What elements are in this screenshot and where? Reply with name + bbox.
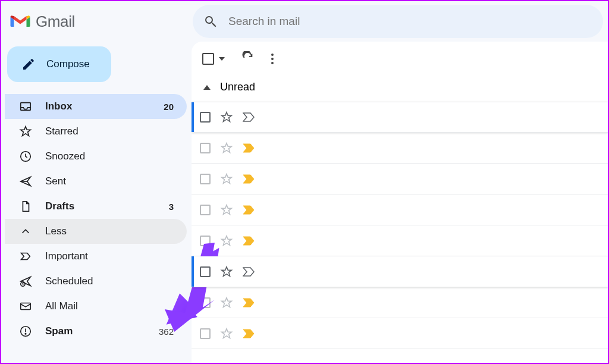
sidebar-item-sent[interactable]: Sent: [5, 169, 187, 194]
sidebar-item-count: 3: [169, 202, 174, 212]
sidebar-item-label: Spam: [45, 325, 73, 337]
important-icon[interactable]: [243, 112, 255, 122]
important-icon[interactable]: [243, 298, 255, 307]
sidebar-item-label: Inbox: [45, 101, 72, 112]
message-row[interactable]: [192, 164, 608, 194]
sidebar: Compose Inbox20StarredSnoozedSentDrafts3…: [1, 42, 192, 363]
refresh-icon: [241, 51, 255, 64]
sidebar-item-label: Scheduled: [45, 275, 93, 287]
search-bar[interactable]: [193, 5, 603, 38]
message-row[interactable]: [192, 133, 608, 164]
section-unread[interactable]: Unread: [192, 76, 608, 102]
select-all-checkbox[interactable]: [202, 53, 225, 65]
row-checkbox[interactable]: [200, 328, 211, 339]
sidebar-item-starred[interactable]: Starred: [5, 119, 187, 144]
row-checkbox[interactable]: [200, 112, 211, 123]
sidebar-item-label: Less: [45, 225, 67, 237]
important-icon[interactable]: [243, 143, 255, 153]
compose-button[interactable]: Compose: [7, 46, 111, 82]
pencil-icon: [21, 57, 36, 71]
star-icon: [19, 125, 32, 138]
sidebar-item-important[interactable]: Important: [5, 244, 187, 269]
inbox-icon: [19, 100, 32, 113]
toolbar: [192, 42, 608, 76]
section-label: Unread: [220, 81, 255, 93]
gmail-logo-icon: [10, 13, 31, 30]
sidebar-item-label: Important: [45, 250, 88, 262]
scheduled-icon: [19, 275, 32, 288]
sidebar-item-label: Snoozed: [45, 150, 85, 162]
star-icon[interactable]: [220, 296, 233, 309]
chev-up-icon: [19, 225, 32, 238]
row-checkbox[interactable]: [200, 143, 211, 153]
refresh-button[interactable]: [241, 51, 255, 67]
sidebar-nav: Inbox20StarredSnoozedSentDrafts3LessImpo…: [5, 94, 187, 344]
sidebar-item-inbox[interactable]: Inbox20: [5, 94, 187, 119]
app-title: Gmail: [36, 12, 75, 31]
important-icon: [19, 250, 32, 263]
sidebar-item-all-mail[interactable]: All Mail: [5, 294, 187, 319]
message-list: [192, 102, 608, 349]
file-icon: [19, 200, 32, 213]
important-icon[interactable]: [243, 205, 255, 215]
sidebar-item-less[interactable]: Less: [5, 219, 187, 244]
important-icon[interactable]: [243, 174, 255, 184]
sidebar-item-label: Starred: [45, 125, 79, 137]
important-icon[interactable]: [243, 236, 255, 246]
message-row[interactable]: [192, 225, 608, 256]
message-row[interactable]: [192, 256, 608, 287]
caret-down-icon: [219, 57, 225, 61]
row-checkbox[interactable]: [200, 266, 211, 277]
star-icon[interactable]: [220, 111, 233, 124]
compose-label: Compose: [46, 58, 90, 70]
message-row[interactable]: [192, 318, 608, 349]
search-input[interactable]: [228, 15, 592, 28]
sidebar-item-label: Sent: [45, 175, 66, 187]
svg-point-5: [25, 333, 26, 334]
message-row[interactable]: [192, 102, 608, 133]
row-checkbox[interactable]: [200, 174, 211, 184]
chevron-up-icon: [203, 85, 211, 90]
main-pane: Unread: [192, 42, 608, 363]
sidebar-item-scheduled[interactable]: Scheduled: [5, 269, 187, 294]
more-vert-icon: [271, 54, 274, 64]
more-button[interactable]: [271, 54, 274, 64]
mail-icon: [19, 300, 32, 313]
star-icon[interactable]: [220, 142, 233, 155]
important-icon[interactable]: [243, 329, 255, 338]
row-checkbox[interactable]: [200, 297, 211, 308]
sidebar-item-snoozed[interactable]: Snoozed: [5, 144, 187, 169]
clock-icon: [19, 150, 32, 163]
send-icon: [19, 175, 32, 188]
gmail-logo-block[interactable]: Gmail: [10, 12, 193, 31]
message-row[interactable]: [192, 194, 608, 225]
checkbox-icon: [202, 53, 214, 65]
star-icon[interactable]: [220, 203, 233, 216]
sidebar-item-spam[interactable]: Spam362: [5, 319, 187, 344]
star-icon[interactable]: [220, 172, 233, 186]
row-checkbox[interactable]: [200, 236, 211, 246]
star-icon[interactable]: [220, 234, 233, 247]
sidebar-item-label: All Mail: [45, 300, 78, 312]
important-icon[interactable]: [243, 267, 255, 277]
spam-icon: [19, 325, 32, 338]
message-row[interactable]: [192, 287, 608, 318]
star-icon[interactable]: [220, 265, 233, 278]
sidebar-item-label: Drafts: [45, 200, 74, 212]
sidebar-item-count: 20: [164, 102, 174, 112]
sidebar-item-drafts[interactable]: Drafts3: [5, 194, 187, 219]
sidebar-item-count: 362: [159, 327, 174, 337]
search-icon: [203, 14, 218, 29]
star-icon[interactable]: [220, 327, 233, 340]
row-checkbox[interactable]: [200, 205, 211, 215]
